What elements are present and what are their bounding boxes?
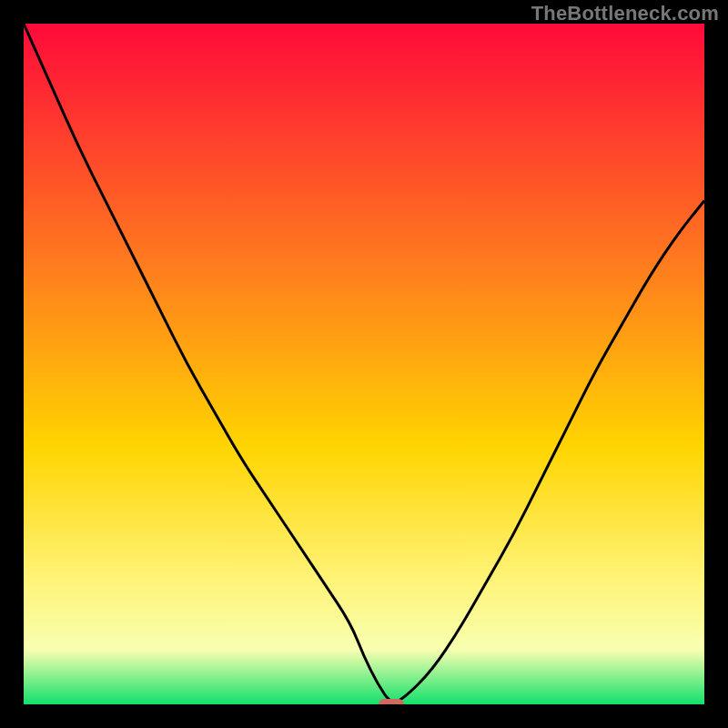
attribution-label: TheBottleneck.com — [531, 2, 719, 25]
chart-frame: TheBottleneck.com — [0, 0, 728, 728]
plot-area — [24, 24, 704, 704]
bottleneck-curve — [24, 24, 704, 704]
optimal-point-marker — [379, 699, 404, 704]
